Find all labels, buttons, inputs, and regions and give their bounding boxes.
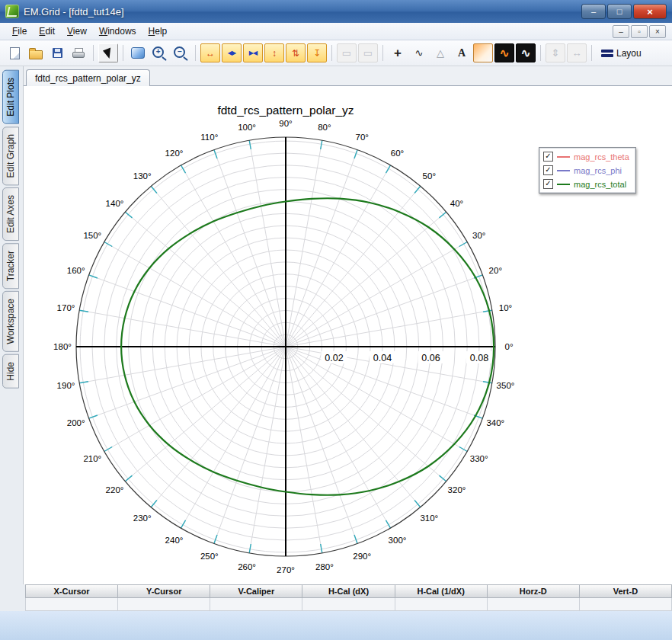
fill-style-button[interactable] (473, 43, 493, 62)
shrink-x-button[interactable]: ◀▶ (222, 43, 242, 62)
legend-item-mag-rcs-theta: ✓mag_rcs_theta (543, 151, 629, 162)
mdi-minimize-button[interactable]: – (613, 25, 629, 38)
minimize-button[interactable]: – (581, 4, 606, 19)
menu-item-help[interactable]: Help (142, 24, 174, 38)
fit-horizontal-button[interactable]: ↔ (567, 43, 587, 62)
footer-header-v-caliper: V-Caliper (210, 584, 302, 598)
angle-tick-label: 350° (497, 381, 515, 390)
waveform-display-2-button[interactable]: ∿ (516, 43, 536, 62)
angle-tick-label: 280° (315, 562, 334, 571)
content-area: fdtd_rcs_pattern_polar_yz 0.020.040.060.… (24, 66, 672, 584)
footer-header-h-cal-dx: H-Cal (dX) (302, 584, 395, 598)
crosshair-tool-button[interactable]: + (388, 43, 408, 62)
angle-tick-label: 120° (165, 149, 184, 158)
zoom-window-button[interactable] (128, 43, 148, 62)
tracker-curve-button[interactable]: ∿ (409, 43, 429, 62)
legend-checkbox[interactable]: ✓ (543, 152, 553, 162)
document-tab[interactable]: fdtd_rcs_pattern_polar_yz (26, 69, 150, 86)
pointer-tool-icon (102, 47, 114, 59)
plot-title: fdtd_rcs_pattern_polar_yz (217, 104, 354, 117)
new-file-button[interactable] (5, 43, 24, 62)
text-annotation-button[interactable]: A (452, 43, 472, 62)
angle-tick-label: 170° (57, 303, 75, 312)
angle-tick-label: 80° (318, 123, 331, 132)
shrink-y-button[interactable]: ⇅ (286, 43, 306, 62)
mdi-restore-button[interactable]: ▫ (631, 25, 648, 38)
footer-value-cell (210, 598, 302, 611)
zoom-window-icon (131, 47, 145, 59)
angle-tick-label: 100° (238, 123, 256, 132)
expand-y-button[interactable]: ↕ (264, 43, 284, 62)
toolbar: +−↔◀▶▶◀↕⇅↧▭▭+∿△A∿∿⇕↔Layou (0, 40, 672, 66)
close-button[interactable]: × (633, 4, 667, 19)
region-clear-icon: ▭ (363, 47, 373, 59)
sidebar-tab-tracker[interactable]: Tracker (2, 243, 19, 289)
angle-tick-label: 250° (200, 552, 219, 561)
footer-value-row (25, 598, 672, 611)
toolbar-separator (93, 45, 94, 61)
sidebar-tab-edit-graph[interactable]: Edit Graph (2, 126, 19, 185)
fit-vertical-button[interactable]: ⇕ (546, 43, 565, 62)
angle-tick-label: 270° (277, 565, 295, 574)
toolbar-separator (382, 45, 383, 61)
fit-y-button[interactable]: ↧ (307, 43, 327, 62)
open-file-button[interactable] (26, 43, 46, 62)
radial-tick-label: 0.06 (421, 353, 440, 363)
angle-tick-label: 30° (472, 231, 485, 240)
app-window: EM.Grid - [fdtd_tut14e] – □ × FileEditVi… (0, 0, 672, 640)
angle-tick-label: 20° (489, 266, 502, 275)
angle-tick-label: 210° (83, 454, 101, 463)
sidebar-tab-edit-plots[interactable]: Edit Plots (2, 70, 19, 124)
angle-tick-label: 300° (389, 536, 407, 545)
waveform-display-1-button[interactable]: ∿ (494, 43, 514, 62)
angle-tick-label: 290° (353, 552, 371, 561)
legend-label: mag_rcs_theta (574, 152, 629, 162)
zoom-in-icon: + (152, 46, 164, 58)
toolbar-separator (123, 45, 123, 61)
layout-button[interactable]: Layou (597, 43, 646, 62)
angle-tick-label: 230° (133, 514, 152, 523)
footer-value-cell (580, 598, 672, 611)
menu-item-windows[interactable]: Windows (93, 24, 142, 38)
legend-checkbox[interactable]: ✓ (543, 165, 553, 175)
menu-item-edit[interactable]: Edit (33, 24, 61, 38)
menu-item-file[interactable]: File (6, 24, 33, 38)
save-file-icon (53, 48, 62, 58)
center-x-icon: ▶◀ (249, 50, 257, 56)
center-x-button[interactable]: ▶◀ (243, 43, 263, 62)
region-select-button[interactable]: ▭ (337, 43, 357, 62)
sidebar-tab-hide[interactable]: Hide (2, 354, 19, 389)
window-title: EM.Grid - [fdtd_tut14e] (24, 6, 581, 18)
maximize-button[interactable]: □ (607, 4, 632, 19)
footer-header-h-cal-1-dx: H-Cal (1/dX) (395, 584, 488, 598)
angle-tick-label: 320° (448, 485, 466, 494)
mdi-close-button[interactable]: × (649, 25, 666, 38)
sidebar-tab-edit-axes[interactable]: Edit Axes (2, 187, 19, 241)
toolbar-separator (331, 45, 332, 61)
legend-label: mag_rcs_phi (574, 166, 622, 175)
fit-vertical-icon: ⇕ (552, 47, 560, 59)
footer-value-cell (488, 598, 580, 611)
footer-header-row: X-CursorY-CursorV-CaliperH-Cal (dX)H-Cal… (25, 584, 672, 598)
save-file-button[interactable] (47, 43, 67, 62)
angle-tick-label: 180° (53, 342, 72, 351)
legend-label: mag_rcs_total (574, 180, 626, 189)
expand-x-button[interactable]: ↔ (200, 43, 220, 62)
toolbar-separator (540, 45, 541, 61)
zoom-out-button[interactable]: − (171, 43, 190, 62)
sidebar-tab-workspace[interactable]: Workspace (2, 291, 19, 352)
menu-item-view[interactable]: View (61, 24, 93, 38)
angle-tick-label: 70° (356, 133, 369, 142)
marker-triangle-button[interactable]: △ (430, 43, 450, 62)
crosshair-tool-icon: + (394, 46, 402, 61)
angle-tick-label: 200° (67, 418, 85, 427)
region-clear-button[interactable]: ▭ (358, 43, 378, 62)
pointer-tool-button[interactable] (98, 43, 118, 62)
menu-bar: FileEditViewWindowsHelp – ▫ × (0, 23, 672, 40)
print-button[interactable] (69, 43, 88, 62)
legend-checkbox[interactable]: ✓ (543, 179, 553, 189)
footer-header-horz-d: Horz-D (488, 584, 580, 598)
fit-y-icon: ↧ (313, 49, 321, 58)
zoom-in-button[interactable]: + (149, 43, 169, 62)
angle-tick-label: 340° (486, 418, 504, 427)
